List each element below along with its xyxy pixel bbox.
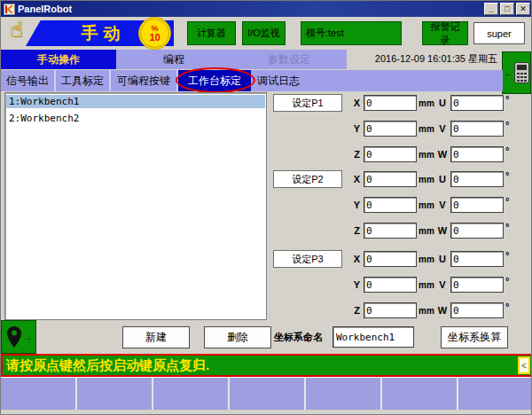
point-group-p2: 设定P2 X mm U ° Y mm V ° Z mm W [267,170,532,241]
window-title: PanelRobot [18,1,482,17]
softkey-cell[interactable] [306,378,380,410]
axis-label: X [350,254,364,264]
delete-button[interactable]: 删除 [204,326,271,348]
workbench-list: 1:Workbench1 2:Workbench2 [4,92,267,320]
axis-label: Z [350,149,364,160]
p1-row-x: X mm U ° [350,94,509,112]
tab-programmable-keys[interactable]: 可编程按键 [111,70,178,91]
p2-y-input[interactable] [364,197,417,213]
coord-name-input[interactable] [332,326,414,348]
origin-position-button[interactable]: → [1,320,36,354]
softkey-cell[interactable] [458,378,532,410]
gauge-value: 10 [149,33,160,43]
set-p2-button[interactable]: 设定P2 [273,170,342,188]
p1-z-input[interactable] [364,146,417,162]
list-item-workbench2[interactable]: 2:Workbench2 [6,112,265,125]
status-collapse-button[interactable]: < [518,356,530,374]
location-pin-icon [5,325,23,348]
axis-label: U [434,174,450,184]
degree-label: ° [504,222,509,232]
degree-label: ° [504,276,509,286]
p3-w-input[interactable] [450,302,504,318]
calculator-button[interactable]: 计算器 [187,21,236,45]
p2-v-input[interactable] [450,197,504,213]
p2-row-z: Z mm W ° [350,222,509,239]
io-monitor-button[interactable]: I/O监视 [242,21,286,45]
unit-label: mm [417,254,434,264]
softkey-cell[interactable] [230,378,304,410]
sub-tab-row: 信号输出 工具标定 可编程按键 工作台标定 调试日志 [1,70,503,91]
softkey-cell[interactable] [77,378,152,410]
axis-label: Y [350,200,364,210]
tab-parameter-setting[interactable]: 参数设定 [231,50,347,69]
axis-label: Z [350,305,364,316]
set-p3-button[interactable]: 设定P3 [273,250,342,268]
maximize-button[interactable]: □ [500,3,514,15]
tab-signal-output[interactable]: 信号输出 [1,70,56,91]
p3-row-z: Z mm W ° [350,301,509,319]
unit-label: mm [417,280,434,290]
p3-u-input[interactable] [450,251,504,267]
p2-row-x: X mm U ° [350,170,509,188]
p3-v-input[interactable] [450,277,504,293]
softkey-row [1,377,532,410]
axis-label: Z [350,225,364,236]
arrow-left-icon: ← [504,67,513,78]
degree-label: ° [504,170,509,181]
show-keypad-button[interactable]: ← [502,51,531,94]
p3-row-y: Y mm V ° [350,276,509,294]
axis-label: V [434,123,450,134]
tab-manual-operation[interactable]: 手动操作 [1,50,116,69]
axis-label: V [434,279,450,290]
p2-u-input[interactable] [450,171,504,187]
p3-z-input[interactable] [364,302,417,318]
axis-label: U [434,254,450,264]
p2-w-input[interactable] [450,223,504,239]
list-item-workbench1[interactable]: 1:Workbench1 [6,95,265,108]
alarm-log-button[interactable]: 报警记录 [422,21,468,45]
minimize-button[interactable]: _ [484,3,498,15]
status-bar: 请按原点键然后按启动键原点复归. < [1,354,532,377]
p3-x-input[interactable] [364,251,417,267]
set-p1-button[interactable]: 设定P1 [273,94,342,112]
close-button[interactable]: ✕ [516,3,530,15]
unit-label: mm [417,200,434,210]
p1-y-input[interactable] [364,121,417,137]
p1-v-input[interactable] [450,121,504,137]
panelrobot-window: PanelRobot _ □ ✕ ☝ 手动 % 10 计算器 I/O监视 模号:… [0,0,532,415]
axis-label: X [350,98,364,108]
speed-gauge-icon[interactable]: % 10 [138,17,171,50]
axis-label: X [350,174,364,184]
unit-label: mm [417,306,434,316]
p3-y-input[interactable] [364,277,417,293]
softkey-cell[interactable] [153,378,228,410]
p1-x-input[interactable] [364,95,417,111]
unit-label: mm [417,175,434,184]
coord-convert-button[interactable]: 坐标系换算 [441,326,508,348]
new-button[interactable]: 新建 [122,326,190,348]
p1-u-input[interactable] [450,95,504,111]
tab-workbench-calibration[interactable]: 工作台标定 [178,70,251,91]
p2-x-input[interactable] [364,171,417,187]
degree-label: ° [504,94,509,105]
tab-programming[interactable]: 编程 [116,50,231,69]
unit-label: mm [417,124,434,134]
softkey-cell[interactable] [382,378,457,410]
app-logo-icon [4,4,15,15]
user-button[interactable]: super [473,22,525,44]
p2-z-input[interactable] [364,223,417,239]
unit-label: mm [417,226,434,236]
degree-label: ° [504,120,509,130]
tab-debug-log[interactable]: 调试日志 [251,70,306,91]
p1-w-input[interactable] [450,146,504,162]
tab-tool-calibration[interactable]: 工具标定 [56,70,111,91]
degree-label: ° [504,250,509,261]
axis-label: Y [350,279,364,290]
mold-number-button[interactable]: 模号:test [301,21,402,45]
softkey-cell[interactable] [1,378,75,410]
degree-label: ° [504,145,509,156]
axis-label: U [434,98,450,108]
main-tab-row: 手动操作 编程 参数设定 2016-12-09 16:01:35 星期五 [1,50,532,69]
arrow-right-icon: → [24,333,33,342]
degree-label: ° [504,301,509,312]
